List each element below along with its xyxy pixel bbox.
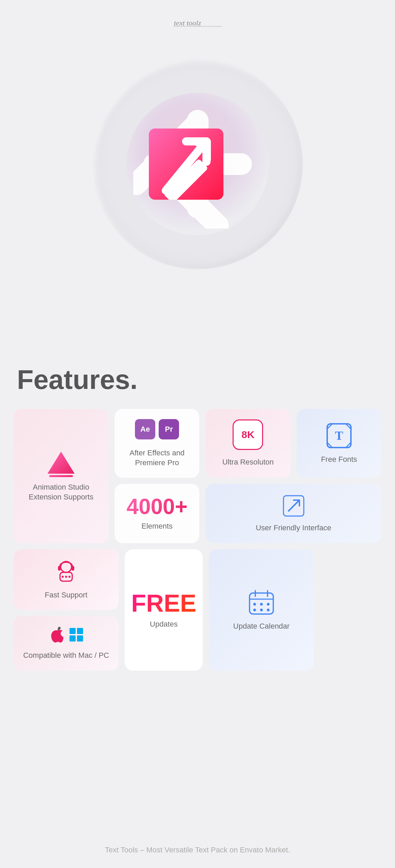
- 8k-label: Ultra Resoluton: [222, 457, 274, 467]
- fonts-label: Free Fonts: [321, 455, 357, 465]
- arrow-icon: [149, 129, 223, 200]
- svg-point-37: [253, 603, 256, 606]
- svg-point-38: [260, 603, 263, 606]
- left-stack: Fast Support Co: [14, 549, 119, 671]
- support-label: Fast Support: [45, 590, 87, 600]
- card-mac-pc: Compatible with Mac / PC: [14, 616, 119, 671]
- elements-label: Elements: [141, 521, 173, 531]
- ui-label: User Friendly Interface: [256, 523, 331, 533]
- fonts-icon: T: [325, 422, 353, 451]
- card-user-interface: User Friendly Interface: [205, 484, 381, 543]
- logo: text toolz: [171, 14, 225, 32]
- apple-icon: [48, 626, 63, 643]
- pr-badge: Pr: [159, 419, 179, 439]
- macpc-label: Compatible with Mac / PC: [23, 651, 109, 660]
- hero-circle-inner: [126, 93, 269, 235]
- calendar-icon: [248, 589, 275, 617]
- svg-point-24: [62, 576, 64, 578]
- svg-point-42: [267, 609, 270, 611]
- mac-pc-icons: [48, 626, 84, 643]
- svg-line-21: [289, 501, 299, 511]
- spacer: [0, 296, 395, 364]
- svg-text:text toolz: text toolz: [174, 19, 201, 27]
- footer-text: Text Tools – Most Versatile Text Pack on…: [105, 846, 290, 854]
- features-grid-1: Animation Studio Extension Supports Ae P…: [14, 409, 381, 543]
- calendar-label: Update Calendar: [233, 622, 290, 631]
- ae-badge: Ae: [135, 419, 155, 439]
- hero-circle-outer: [93, 59, 303, 269]
- svg-point-25: [65, 576, 67, 578]
- footer: Text Tools – Most Versatile Text Pack on…: [105, 835, 290, 868]
- card-update-calendar: Update Calendar: [209, 549, 314, 671]
- animation-label: Animation Studio Extension Supports: [29, 482, 94, 502]
- svg-point-41: [260, 609, 263, 611]
- svg-rect-30: [77, 628, 83, 634]
- svg-rect-31: [70, 635, 76, 642]
- header: text toolz: [0, 0, 395, 39]
- svg-point-26: [68, 576, 71, 578]
- ae-pr-label: After Effects and Premiere Pro: [121, 448, 193, 468]
- svg-text:T: T: [335, 429, 343, 442]
- ui-icon: [282, 494, 305, 519]
- features-section: Features. Animation St: [0, 364, 395, 691]
- svg-rect-29: [70, 628, 76, 634]
- card-free-fonts: T Free Fonts: [297, 409, 381, 478]
- animation-icon: [46, 450, 76, 478]
- svg-point-39: [267, 603, 270, 606]
- card-free-updates: FREE Updates: [125, 549, 203, 671]
- features-title: Features.: [14, 364, 381, 395]
- support-icon: [53, 559, 80, 586]
- ae-pr-badges: Ae Pr: [135, 419, 179, 439]
- hero-composite: [126, 79, 269, 249]
- svg-rect-13: [49, 475, 73, 477]
- hero-section: [0, 39, 395, 296]
- features-grid-2: Fast Support Co: [14, 549, 381, 671]
- 8k-badge: 8K: [233, 419, 263, 450]
- elements-count: 4000+: [126, 496, 187, 517]
- card-animation-studio: Animation Studio Extension Supports: [14, 409, 108, 543]
- svg-rect-28: [72, 566, 74, 571]
- svg-point-40: [253, 609, 256, 611]
- card-8k: 8K Ultra Resoluton: [205, 409, 290, 478]
- free-text: FREE: [131, 591, 196, 615]
- free-updates-label: Updates: [150, 619, 178, 629]
- card-fast-support: Fast Support: [14, 549, 119, 610]
- svg-rect-27: [58, 566, 61, 571]
- svg-rect-32: [77, 635, 83, 642]
- svg-marker-12: [47, 452, 75, 474]
- card-ae-pr: Ae Pr After Effects and Premiere Pro: [115, 409, 199, 478]
- card-elements: 4000+ Elements: [115, 484, 199, 543]
- windows-icon: [69, 627, 84, 642]
